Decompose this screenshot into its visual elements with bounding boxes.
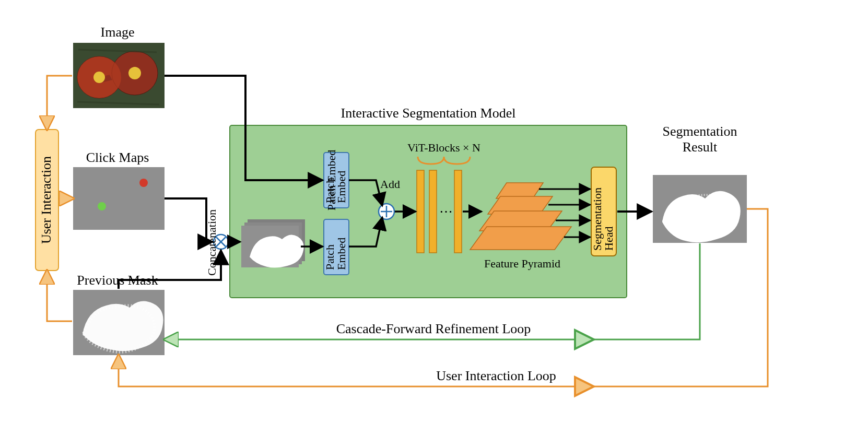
concatenated-stack — [241, 219, 305, 268]
svg-marker-33 — [470, 227, 571, 250]
patch-embed-bottom: Patch Embed — [323, 219, 349, 275]
add-label: Add — [380, 178, 400, 191]
segmentation-result-thumbnail — [653, 175, 747, 243]
svg-text:Embed: Embed — [335, 171, 348, 203]
arrow-image-to-userbox — [47, 76, 72, 128]
add-op — [379, 204, 394, 219]
click-maps-label: Click Maps — [86, 150, 149, 165]
svg-rect-26 — [417, 170, 424, 253]
previous-mask-thumbnail — [73, 290, 165, 355]
arrow-prevmask-to-userbox — [47, 272, 72, 321]
patch-embed-top: Patch Embed Patch Embed — [323, 150, 349, 211]
feature-pyramid-label: Feature Pyramid — [484, 257, 560, 270]
svg-rect-29 — [454, 170, 462, 253]
click-maps-thumbnail — [73, 167, 165, 230]
cfr-loop-label: Cascade-Forward Refinement Loop — [336, 321, 531, 336]
svg-rect-27 — [429, 170, 437, 253]
model-title: Interactive Segmentation Model — [341, 106, 515, 121]
seg-result-label-2: Result — [683, 139, 718, 155]
architecture-diagram: Interactive Segmentation Model User Inte… — [0, 0, 868, 422]
arrow-clickmaps-to-concat — [165, 198, 213, 242]
svg-text:⋯: ⋯ — [439, 204, 453, 219]
svg-point-9 — [139, 179, 148, 187]
svg-rect-7 — [73, 167, 165, 230]
vit-blocks-label: ViT-Blocks × N — [407, 141, 480, 154]
svg-text:Head: Head — [602, 227, 615, 251]
user-loop-label: User Interaction Loop — [436, 368, 556, 383]
svg-point-4 — [128, 67, 141, 79]
svg-text:Embed: Embed — [335, 238, 348, 270]
segmentation-head: Segmentation Head — [591, 167, 616, 256]
svg-point-8 — [98, 202, 106, 210]
image-label: Image — [101, 25, 135, 40]
seg-result-label-1: Segmentation — [663, 124, 737, 139]
svg-point-3 — [93, 72, 105, 83]
input-image-thumbnail — [73, 43, 165, 108]
user-interaction-label: User Interaction — [39, 156, 54, 244]
